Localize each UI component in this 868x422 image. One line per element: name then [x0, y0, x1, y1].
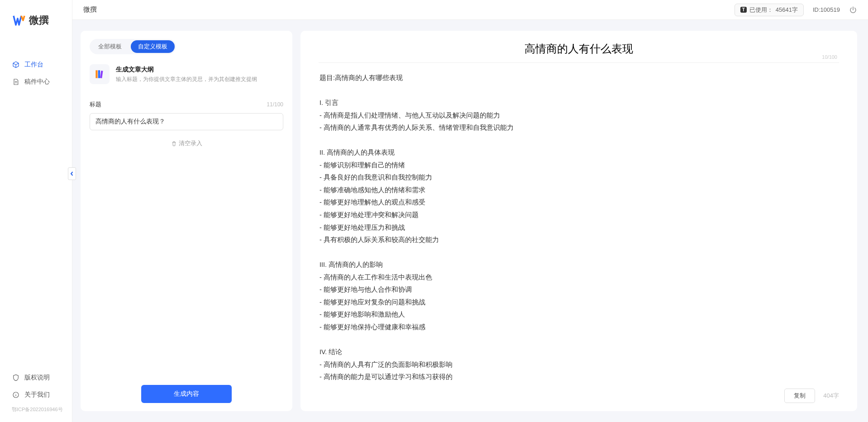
- clear-label: 清空录入: [179, 139, 202, 147]
- input-panel: 全部模板 自定义模板 生成文章大纲 输入标题，为你提供文章主体的灵思，并为其创建…: [81, 31, 292, 411]
- sidebar-item-label: 工作台: [24, 61, 43, 69]
- sidebar-item-copyright[interactable]: 版权说明: [0, 369, 72, 386]
- sidebar-bottom: 版权说明 关于我们 鄂ICP备2022016946号: [0, 369, 72, 422]
- sidebar-item-label: 版权说明: [24, 374, 50, 382]
- usage-label: 已使用：: [749, 6, 773, 14]
- svg-rect-1: [95, 70, 97, 78]
- chevron-left-icon: [70, 171, 74, 176]
- t-badge-icon: T: [740, 7, 747, 13]
- sidebar: 微撰 工作台 稿件中心 版权说明: [0, 0, 72, 422]
- cube-icon: [12, 61, 20, 69]
- nav: 工作台 稿件中心: [0, 38, 72, 369]
- generate-button[interactable]: 生成内容: [141, 385, 232, 403]
- title-input[interactable]: [90, 113, 283, 130]
- svg-rect-2: [98, 70, 100, 78]
- shield-icon: [12, 374, 20, 382]
- document-icon: [12, 78, 20, 86]
- logo-mark-icon: [13, 14, 25, 27]
- title-label: 标题: [90, 100, 101, 109]
- logo: 微撰: [0, 0, 72, 38]
- output-title-counter: 10/100: [822, 54, 837, 60]
- template-desc: 输入标题，为你提供文章主体的灵思，并为其创建推文提纲: [116, 76, 283, 83]
- tab-all-templates[interactable]: 全部模板: [91, 40, 129, 53]
- info-icon: [12, 391, 20, 399]
- sidebar-item-drafts[interactable]: 稿件中心: [0, 73, 72, 90]
- clear-input-button[interactable]: 清空录入: [90, 139, 283, 147]
- topbar: 微撰 T 已使用： 45641字 ID:100519: [72, 0, 868, 20]
- output-word-count: 404字: [823, 392, 839, 400]
- tab-custom-templates[interactable]: 自定义模板: [131, 40, 175, 53]
- sidebar-collapse-handle[interactable]: [68, 167, 76, 180]
- usage-pill[interactable]: T 已使用： 45641字: [734, 4, 804, 16]
- main: 微撰 T 已使用： 45641字 ID:100519 全部模板: [72, 0, 868, 422]
- usage-value: 45641字: [776, 6, 798, 14]
- output-title: 高情商的人有什么表现: [319, 42, 839, 56]
- svg-rect-3: [100, 71, 103, 78]
- sidebar-item-workspace[interactable]: 工作台: [0, 56, 72, 73]
- power-icon[interactable]: [849, 6, 857, 14]
- template-books-icon: [90, 64, 110, 84]
- page-title: 微撰: [83, 5, 97, 14]
- sidebar-item-label: 关于我们: [24, 391, 50, 399]
- template-title: 生成文章大纲: [116, 66, 283, 74]
- title-counter: 11/100: [267, 101, 283, 108]
- template-card: 生成文章大纲 输入标题，为你提供文章主体的灵思，并为其创建推文提纲: [90, 64, 283, 84]
- output-body: 题目:高情商的人有哪些表现 I. 引言 - 高情商是指人们处理情绪、与他人互动以…: [319, 63, 839, 384]
- output-panel: 高情商的人有什么表现 10/100 题目:高情商的人有哪些表现 I. 引言 - …: [300, 31, 857, 411]
- sidebar-item-about[interactable]: 关于我们: [0, 386, 72, 403]
- sidebar-item-label: 稿件中心: [24, 78, 50, 86]
- icp-text: 鄂ICP备2022016946号: [0, 403, 72, 417]
- trash-icon: [171, 141, 177, 147]
- account-id: ID:100519: [813, 6, 840, 13]
- template-tabs: 全部模板 自定义模板: [90, 39, 176, 54]
- logo-text: 微撰: [29, 14, 49, 27]
- copy-button[interactable]: 复制: [784, 389, 815, 403]
